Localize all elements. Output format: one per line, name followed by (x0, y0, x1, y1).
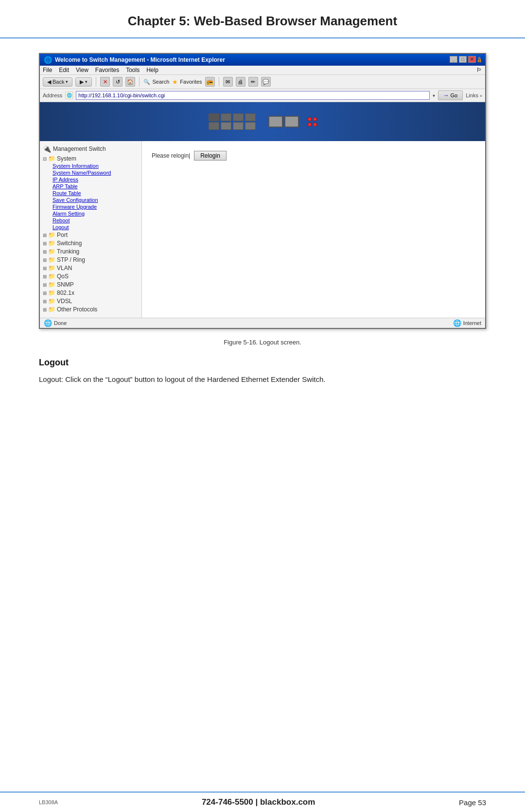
nav-root: 🔌 Management Switch (43, 145, 139, 153)
menu-edit[interactable]: Edit (59, 67, 69, 73)
nav-route-table[interactable]: Route Table (52, 190, 139, 197)
favorites-button[interactable]: ★ Favorites (172, 78, 202, 86)
nav-trunking-parent: ⊞ 📁 Trunking (43, 248, 139, 255)
port-4 (221, 122, 231, 130)
nav-snmp-folder: 📁 (48, 281, 55, 288)
page-header: Chapter 5: Web-Based Browser Management (0, 0, 525, 38)
nav-stp-toggle[interactable]: ⊞ (43, 257, 47, 263)
footer-page: Page 53 (459, 798, 486, 807)
sfp-port-2 (284, 116, 299, 127)
switch-visual (209, 113, 317, 130)
nav-trunking-toggle[interactable]: ⊞ (43, 249, 47, 254)
page-icon: 🌐 (65, 91, 73, 99)
led-4 (313, 123, 317, 126)
nav-other-label[interactable]: Other Protocols (57, 306, 97, 313)
logout-section: Logout Logout: Click on the “Logout” but… (39, 358, 486, 385)
messenger-button[interactable]: 💬 (261, 77, 271, 87)
favorites-label: Favorites (180, 79, 202, 85)
status-ie-icon: 🌐 (44, 319, 52, 327)
nav-reboot[interactable]: Reboot (52, 217, 139, 224)
port-8 (245, 122, 256, 130)
nav-snmp-label[interactable]: SNMP (57, 281, 74, 288)
nav-logout[interactable]: Logout (52, 224, 139, 231)
nav-qos-label[interactable]: QoS (57, 273, 69, 280)
restore-button[interactable]: □ (459, 56, 467, 63)
back-button[interactable]: ◀ Back ▾ (43, 77, 72, 87)
nav-trunking-label[interactable]: Trunking (57, 248, 79, 255)
search-icon: 🔍 (143, 79, 150, 85)
nav-vlan-toggle[interactable]: ⊞ (43, 266, 47, 271)
menu-help[interactable]: Help (146, 67, 158, 73)
address-dropdown-arrow[interactable]: ▾ (433, 93, 435, 98)
nav-other-toggle[interactable]: ⊞ (43, 307, 47, 312)
nav-switching-toggle[interactable]: ⊞ (43, 241, 47, 246)
print-button[interactable]: 🖨 (236, 77, 245, 87)
nav-vdsl-toggle[interactable]: ⊞ (43, 299, 47, 304)
refresh-button[interactable]: ↺ (113, 77, 122, 87)
internet-globe-icon: 🌐 (453, 319, 461, 327)
browser-menubar: File Edit View Favorites Tools Help 🏳 (40, 66, 485, 75)
browser-window: 🌐 Welcome to Switch Management - Microso… (39, 53, 486, 329)
home-button[interactable]: 🏠 (125, 77, 135, 87)
address-input[interactable] (76, 91, 429, 100)
nav-system-info[interactable]: System Information (52, 162, 139, 169)
nav-qos-parent: ⊞ 📁 QoS (43, 272, 139, 280)
page-footer: LB308A 724-746-5500 | blackbox.com Page … (0, 792, 525, 812)
nav-8021x-label[interactable]: 802.1x (57, 289, 74, 296)
nav-save-config[interactable]: Save Configuration (52, 197, 139, 203)
status-internet-label: Internet (463, 320, 481, 326)
nav-vdsl-label[interactable]: VDSL (57, 298, 72, 305)
right-content: Please relogin| Relogin (142, 141, 485, 318)
edit-button[interactable]: ✏ (248, 77, 258, 87)
nav-alarm-setting[interactable]: Alarm Setting (52, 210, 139, 217)
nav-qos-folder: 📁 (48, 273, 55, 280)
minimize-button[interactable]: _ (450, 56, 457, 63)
mail-button[interactable]: ✉ (223, 77, 233, 87)
nav-stp-label[interactable]: STP / Ring (57, 256, 85, 263)
media-button[interactable]: 📻 (205, 77, 215, 87)
nav-port-folder: 📁 (48, 232, 55, 238)
nav-root-label: Management Switch (53, 145, 106, 152)
nav-snmp-toggle[interactable]: ⊞ (43, 282, 47, 288)
nav-port-toggle[interactable]: ⊞ (43, 233, 47, 238)
logout-heading: Logout (39, 358, 486, 368)
nav-system-name-pwd[interactable]: System Name/Password (52, 169, 139, 176)
nav-vlan-label[interactable]: VLAN (57, 265, 72, 271)
close-button[interactable]: ✕ (468, 56, 476, 63)
nav-port-label[interactable]: Port (57, 232, 68, 238)
nav-system-label[interactable]: System (57, 155, 76, 162)
menu-view[interactable]: View (76, 67, 88, 73)
nav-vlan-folder: 📁 (48, 265, 55, 271)
nav-system-children: System Information System Name/Password … (52, 162, 139, 231)
go-button[interactable]: → Go (438, 90, 463, 100)
left-nav: 🔌 Management Switch ⊟ 📁 System System In… (40, 141, 142, 318)
browser-content: 🔌 Management Switch ⊟ 📁 System System In… (40, 102, 485, 318)
relogin-area: Please relogin| Relogin (152, 151, 475, 161)
nav-ip-address[interactable]: IP Address (52, 176, 139, 183)
nav-switching-item: ⊞ 📁 Switching (43, 239, 139, 247)
search-button[interactable]: 🔍 Search (143, 79, 169, 85)
nav-qos-toggle[interactable]: ⊞ (43, 274, 47, 279)
menu-file[interactable]: File (43, 67, 52, 73)
nav-arp-table[interactable]: ARP Table (52, 183, 139, 190)
menu-favorites[interactable]: Favorites (95, 67, 119, 73)
logout-text: Logout: Click on the “Logout” button to … (39, 374, 486, 385)
port-6 (233, 122, 244, 130)
forward-dropdown-arrow: ▾ (85, 79, 88, 84)
nav-port-item: ⊞ 📁 Port (43, 231, 139, 239)
forward-button[interactable]: ▶ ▾ (75, 77, 92, 87)
main-content: 🌐 Welcome to Switch Management - Microso… (0, 53, 525, 385)
led-3 (313, 117, 317, 121)
nav-firmware-upgrade[interactable]: Firmware Upgrade (52, 203, 139, 210)
nav-switching-label[interactable]: Switching (57, 240, 82, 247)
footer-phone-web: 724-746-5500 | blackbox.com (202, 797, 315, 807)
figure-caption: Figure 5-16. Logout screen. (39, 339, 486, 346)
back-icon: ◀ (47, 79, 51, 85)
nav-8021x-toggle[interactable]: ⊞ (43, 290, 47, 296)
nav-system-toggle[interactable]: ⊟ (43, 156, 47, 162)
links-button[interactable]: Links » (466, 92, 482, 98)
stop-button[interactable]: ✕ (100, 77, 110, 87)
led-group-1 (308, 117, 312, 126)
relogin-button[interactable]: Relogin (194, 151, 227, 161)
menu-tools[interactable]: Tools (126, 67, 140, 73)
